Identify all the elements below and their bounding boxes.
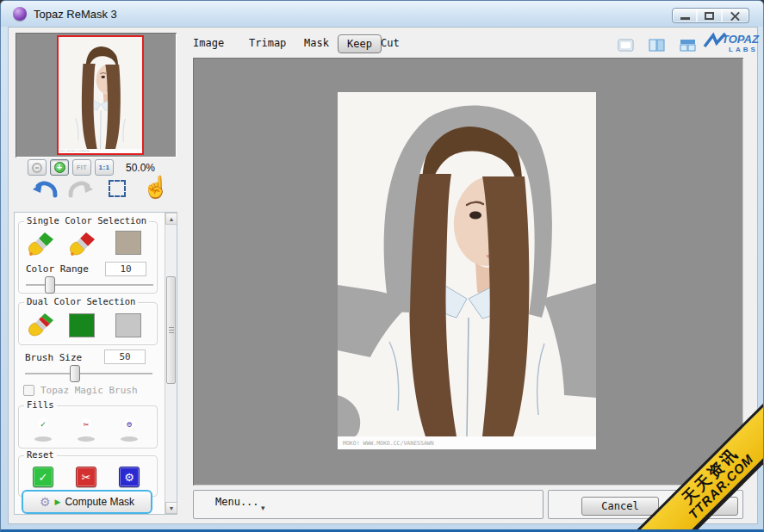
- hand-tool-button[interactable]: ☝: [143, 175, 169, 199]
- dual-cut-swatch[interactable]: [115, 313, 141, 337]
- quad-view-button[interactable]: [679, 38, 698, 53]
- magic-brush-checkbox[interactable]: [23, 385, 34, 396]
- topaz-labs-logo: TOPAZ LABS: [703, 31, 760, 55]
- tab-image[interactable]: Image: [193, 37, 224, 49]
- scroll-up-icon[interactable]: ▴: [165, 213, 177, 225]
- redo-icon: [67, 176, 95, 201]
- compute-mask-button[interactable]: ⚙ ▶ Compute Mask: [22, 490, 152, 514]
- fill-compute-icon: ⚙: [117, 413, 141, 442]
- compute-gear-icon: ⚙: [40, 495, 51, 509]
- reset-title: Reset: [24, 449, 57, 460]
- window-title: Topaz ReMask 3: [34, 8, 117, 21]
- redo-button[interactable]: [67, 176, 95, 204]
- cancel-button[interactable]: Cancel: [581, 497, 659, 516]
- compute-mask-label: Compute Mask: [65, 496, 134, 508]
- hand-icon: ☝: [143, 175, 169, 198]
- dual-brush-icon: [28, 312, 57, 339]
- zoom-fit-button[interactable]: FIT: [72, 159, 91, 176]
- logo-sub-text: LABS: [729, 46, 758, 53]
- fills-group: Fills ✓ ✂: [18, 405, 158, 448]
- zoom-out-button[interactable]: [28, 159, 47, 176]
- panel-scrollbar[interactable]: ▴ ▾: [165, 213, 177, 514]
- navigator-view-rect[interactable]: [57, 35, 144, 155]
- split-view-button[interactable]: [648, 38, 667, 53]
- single-view-button[interactable]: [617, 38, 636, 53]
- menu-caret-icon[interactable]: ▾: [261, 504, 265, 512]
- single-color-swatch[interactable]: [115, 231, 141, 255]
- fills-title: Fills: [24, 399, 57, 410]
- zoom-actual-button[interactable]: 1:1: [95, 159, 114, 176]
- fill-cut-button[interactable]: ✂: [74, 413, 98, 441]
- minimize-button[interactable]: [672, 8, 698, 23]
- keep-brush-icon: [28, 231, 57, 258]
- dual-color-group: Dual Color Selection: [18, 302, 158, 345]
- zoom-out-icon: [32, 163, 42, 173]
- maximize-icon: [705, 12, 714, 20]
- marquee-select-button[interactable]: [109, 180, 126, 197]
- maximize-button[interactable]: [697, 8, 723, 23]
- color-range-slider[interactable]: [26, 284, 153, 287]
- check-icon: ✓: [39, 471, 48, 484]
- single-color-group: Single Color Selection: [18, 221, 158, 294]
- svg-text:⚙: ⚙: [126, 421, 132, 429]
- brush-size-slider-thumb[interactable]: [70, 365, 80, 382]
- single-color-title: Single Color Selection: [24, 215, 149, 226]
- undo-icon: [31, 176, 59, 201]
- color-range-label: Color Range: [26, 263, 89, 275]
- brush-size-value[interactable]: 50: [104, 350, 146, 364]
- single-view-icon: [617, 38, 636, 53]
- zoom-percent: 50.0%: [126, 162, 155, 174]
- marquee-icon: [109, 180, 126, 197]
- client-area: + FIT 1:1 50.0%: [8, 27, 758, 524]
- reset-compute-button[interactable]: ⚙: [119, 467, 140, 487]
- fit-label: FIT: [77, 164, 87, 170]
- scroll-down-icon[interactable]: ▾: [165, 502, 177, 514]
- tool-bar: ☝: [16, 176, 179, 207]
- magic-brush-label: Topaz Magic Brush: [40, 385, 138, 396]
- logo-brand-text: TOPAZ: [722, 33, 760, 46]
- brush-size-slider[interactable]: [25, 373, 152, 375]
- color-range-value[interactable]: 10: [105, 262, 146, 276]
- quad-view-icon: [679, 38, 698, 53]
- main-canvas[interactable]: [193, 58, 743, 486]
- navigator-preview[interactable]: [16, 33, 177, 158]
- svg-text:✂: ✂: [84, 421, 90, 429]
- menu-panel: Menu... ▾: [193, 490, 543, 519]
- reset-cut-button[interactable]: ✂: [76, 467, 96, 487]
- keep-brush-button[interactable]: [28, 231, 57, 262]
- cut-brush-icon: [69, 231, 98, 258]
- tool-panel: Single Color Selection: [14, 212, 177, 515]
- minimize-icon: [680, 17, 690, 20]
- fill-cut-icon: ✂: [74, 413, 98, 442]
- close-button[interactable]: [722, 8, 749, 23]
- cut-brush-button[interactable]: [69, 231, 98, 262]
- tab-mask[interactable]: Mask: [304, 37, 329, 49]
- svg-text:✓: ✓: [40, 420, 47, 429]
- dual-brush-button[interactable]: [28, 312, 57, 343]
- color-range-slider-thumb[interactable]: [45, 276, 55, 294]
- app-window: Topaz ReMask 3 + FIT 1:1 50.0%: [0, 0, 764, 532]
- split-view-icon: [648, 38, 667, 53]
- tab-trimap[interactable]: Trimap: [249, 37, 286, 49]
- photo-view[interactable]: [338, 92, 596, 449]
- scissors-icon: ✂: [82, 471, 91, 484]
- undo-button[interactable]: [31, 176, 59, 204]
- zoom-in-icon: +: [54, 162, 65, 173]
- fill-compute-button[interactable]: ⚙: [117, 413, 141, 441]
- compute-play-icon: ▶: [54, 498, 60, 506]
- title-bar[interactable]: Topaz ReMask 3: [1, 1, 763, 27]
- tab-keep[interactable]: Keep: [338, 34, 382, 53]
- reset-keep-button[interactable]: ✓: [33, 467, 53, 487]
- app-icon: [13, 7, 27, 21]
- brush-size-label: Brush Size: [25, 352, 82, 363]
- gear-icon: ⚙: [124, 471, 134, 484]
- fill-keep-icon: ✓: [31, 413, 55, 442]
- tab-cut[interactable]: Cut: [381, 37, 400, 49]
- actual-size-label: 1:1: [98, 164, 109, 171]
- dual-color-title: Dual Color Selection: [24, 296, 138, 306]
- fill-keep-button[interactable]: ✓: [31, 413, 55, 441]
- zoom-in-button[interactable]: +: [50, 159, 69, 176]
- menu-button[interactable]: Menu...: [215, 496, 259, 508]
- dual-keep-swatch[interactable]: [69, 313, 95, 337]
- panel-scrollbar-thumb[interactable]: [166, 276, 176, 384]
